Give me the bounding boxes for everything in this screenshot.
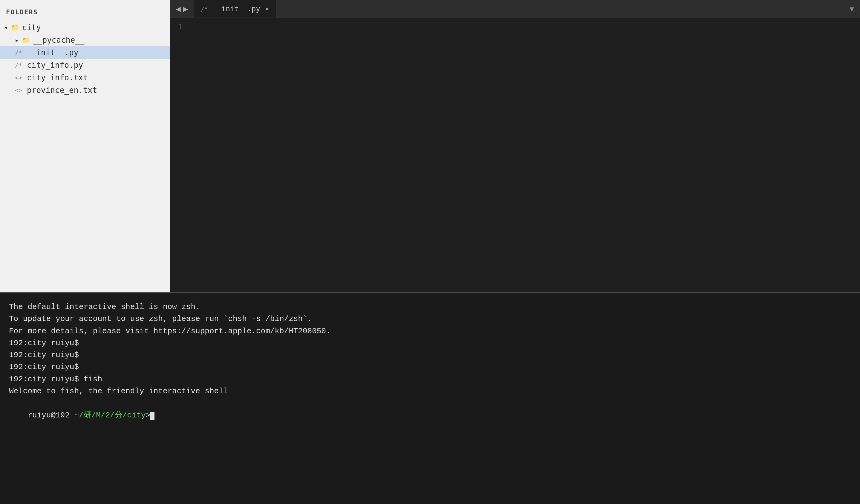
folder-closed-icon: 📁 xyxy=(22,36,30,44)
terminal-line: For more details, please visit https://s… xyxy=(9,325,851,337)
sidebar-item-province-en-txt[interactable]: <> province_en.txt xyxy=(0,84,170,97)
tab-bar: ◀ ▶ /* __init__.py × ▼ xyxy=(170,0,860,18)
tab-label: __init__.py xyxy=(213,5,260,13)
python-file-icon: /* xyxy=(15,61,22,69)
terminal-fish-prompt: ruiyu@192 ~/研/M/2/分/city> xyxy=(9,397,851,433)
prompt-symbol: > xyxy=(146,411,150,420)
nav-arrows: ◀ ▶ xyxy=(170,4,194,14)
terminal-prompt-line: 192:city ruiyu$ xyxy=(9,349,851,361)
sidebar-item-init-py[interactable]: /* __init__.py xyxy=(0,46,170,59)
terminal-area[interactable]: The default interactive shell is now zsh… xyxy=(0,293,860,504)
line-number: 1 xyxy=(176,23,182,31)
sidebar-item-label: city_info.py xyxy=(27,61,83,70)
sidebar-item-label: province_en.txt xyxy=(27,86,97,95)
python-tab-icon: /* xyxy=(201,5,208,13)
editor-content[interactable]: 1 xyxy=(170,18,860,292)
sidebar: FOLDERS ▾ 📁 city ▸ 📁 __pycache__ /* __in… xyxy=(0,0,170,292)
sidebar-header: FOLDERS xyxy=(0,0,170,20)
prompt-path: ~/研/M/2/分/city xyxy=(74,411,145,420)
terminal-cmd-line: 192:city ruiyu$ fish xyxy=(9,373,851,385)
terminal-fish-welcome: Welcome to fish, the friendly interactiv… xyxy=(9,385,851,397)
python-file-icon: /* xyxy=(15,49,22,56)
tab-close-button[interactable]: × xyxy=(265,5,269,13)
terminal-line: To update your account to use zsh, pleas… xyxy=(9,313,851,325)
nav-back-button[interactable]: ◀ xyxy=(176,4,181,14)
tab-init-py[interactable]: /* __init__.py × xyxy=(194,0,276,18)
sidebar-item-city-info-txt[interactable]: <> city_info.txt xyxy=(0,71,170,84)
line-numbers: 1 xyxy=(170,18,188,292)
tab-dropdown-icon[interactable]: ▼ xyxy=(850,5,854,13)
text-file-icon: <> xyxy=(15,74,22,81)
code-editor[interactable] xyxy=(188,18,860,292)
sidebar-item-label: city xyxy=(22,23,41,32)
chevron-right-icon: ▸ xyxy=(15,36,19,44)
prompt-user: ruiyu@192 xyxy=(28,411,74,420)
folder-open-icon: 📁 xyxy=(11,24,19,31)
sidebar-item-label: __pycache__ xyxy=(33,35,84,44)
folder-tree: ▾ 📁 city ▸ 📁 __pycache__ /* __init__.py … xyxy=(0,20,170,292)
sidebar-item-city[interactable]: ▾ 📁 city xyxy=(0,21,170,34)
text-file-icon: <> xyxy=(15,87,22,94)
sidebar-item-city-info-py[interactable]: /* city_info.py xyxy=(0,59,170,71)
sidebar-item-pycache[interactable]: ▸ 📁 __pycache__ xyxy=(0,34,170,46)
terminal-line: The default interactive shell is now zsh… xyxy=(9,301,851,313)
terminal-prompt-line: 192:city ruiyu$ xyxy=(9,361,851,373)
sidebar-item-label: city_info.txt xyxy=(27,73,88,82)
chevron-down-icon: ▾ xyxy=(4,24,8,31)
terminal-prompt-line: 192:city ruiyu$ xyxy=(9,337,851,349)
editor-area: ◀ ▶ /* __init__.py × ▼ 1 xyxy=(170,0,860,292)
terminal-cursor xyxy=(150,412,155,420)
sidebar-item-label: __init__.py xyxy=(27,48,78,57)
nav-forward-button[interactable]: ▶ xyxy=(183,4,188,14)
